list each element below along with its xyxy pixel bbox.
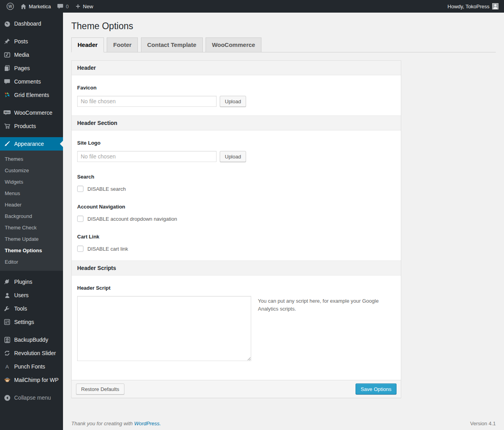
sidebar-label: Punch Fonts xyxy=(14,363,45,370)
submenu-item-menus[interactable]: Menus xyxy=(0,188,63,199)
disable-search-checkbox[interactable] xyxy=(77,186,83,192)
dashboard-icon xyxy=(3,20,11,28)
sidebar-label: WooCommerce xyxy=(14,110,52,116)
sidebar-item-revolution-slider[interactable]: Revolution Slider xyxy=(0,346,63,360)
sidebar-item-tools[interactable]: Tools xyxy=(0,302,63,315)
sidebar-item-pages[interactable]: Pages xyxy=(0,61,63,75)
tab-header[interactable]: Header xyxy=(71,37,104,52)
comments-shortcut[interactable]: 0 xyxy=(54,0,72,13)
menu-separator xyxy=(0,271,63,275)
svg-text:Woo: Woo xyxy=(5,111,10,114)
submenu-item-widgets[interactable]: Widgets xyxy=(0,176,63,188)
submenu-item-themes[interactable]: Themes xyxy=(0,153,63,165)
favicon-file-input[interactable] xyxy=(77,96,217,107)
disable-search-label[interactable]: DISABLE search xyxy=(87,186,126,192)
sidebar-label: Posts xyxy=(14,38,28,45)
footer-thanks: Thank you for creating with WordPress. xyxy=(71,421,161,426)
sidebar-label: Products xyxy=(14,123,36,129)
submenu-item-customize[interactable]: Customize xyxy=(0,165,63,176)
submenu-item-theme-options[interactable]: Theme Options xyxy=(0,245,63,256)
footer-thanks-text: Thank you for creating with xyxy=(71,421,134,426)
sidebar-item-products[interactable]: Products xyxy=(0,119,63,133)
sidebar-label: Tools xyxy=(14,305,27,312)
version-label: Version 4.1 xyxy=(470,421,496,426)
paintbrush-icon xyxy=(3,140,11,148)
woocommerce-badge-icon: Woo xyxy=(3,109,11,117)
sidebar-label: Grid Elements xyxy=(14,92,49,98)
media-icon xyxy=(3,51,11,59)
sidebar-item-woocommerce[interactable]: Woo WooCommerce xyxy=(0,106,63,119)
admin-sidebar: Dashboard Posts Media Pages Comments xyxy=(0,13,63,430)
svg-text:W: W xyxy=(8,4,12,9)
site-logo-upload-button[interactable]: Upload xyxy=(220,151,246,162)
sidebar-item-dashboard[interactable]: Dashboard xyxy=(0,17,63,30)
section-body-scripts: Header Script You can put any script her… xyxy=(72,275,401,380)
tab-bar: Header Footer Contact Template WooCommer… xyxy=(71,37,496,52)
favicon-label: Favicon xyxy=(77,85,395,91)
disable-account-nav-checkbox[interactable] xyxy=(77,216,83,222)
sidebar-label: Appearance xyxy=(14,141,44,147)
submenu-item-background[interactable]: Background xyxy=(0,210,63,222)
disable-account-nav-label[interactable]: DISABLE account dropdown navigation xyxy=(87,216,177,222)
menu-separator xyxy=(0,387,63,391)
sidebar-item-grid-elements[interactable]: Grid Elements xyxy=(0,88,63,102)
sidebar-label: MailChimp for WP xyxy=(14,377,59,383)
menu-separator xyxy=(0,329,63,333)
new-label: New xyxy=(83,4,93,9)
wordpress-link[interactable]: WordPress. xyxy=(134,421,161,426)
submenu-item-header[interactable]: Header xyxy=(0,199,63,210)
new-content-menu[interactable]: New xyxy=(72,0,96,13)
user-icon xyxy=(3,291,11,299)
sidebar-item-backupbuddy[interactable]: BackupBuddy xyxy=(0,333,63,346)
panel-footer: Restore Defaults Save Options xyxy=(72,380,401,398)
sidebar-label: Collapse menu xyxy=(14,395,51,401)
save-options-button[interactable]: Save Options xyxy=(356,383,397,395)
comment-bubble-icon xyxy=(3,78,11,86)
svg-text:A: A xyxy=(6,364,9,370)
menu-separator xyxy=(0,133,63,137)
howdy-label: Howdy, TokoPress xyxy=(448,4,489,9)
sidebar-item-media[interactable]: Media xyxy=(0,48,63,61)
home-icon xyxy=(20,4,26,9)
site-logo-file-input[interactable] xyxy=(77,151,217,162)
account-menu[interactable]: Howdy, TokoPress xyxy=(446,0,500,13)
admin-bar: W Marketica 0 New Howdy, TokoPress xyxy=(0,0,504,13)
disable-cart-link-label[interactable]: DISABLE cart link xyxy=(87,246,128,252)
tab-woocommerce[interactable]: WooCommerce xyxy=(206,37,261,52)
sidebar-item-users[interactable]: Users xyxy=(0,289,63,302)
restore-defaults-button[interactable]: Restore Defaults xyxy=(76,383,124,395)
sidebar-item-punch-fonts[interactable]: A Punch Fonts xyxy=(0,360,63,373)
theme-options-panel: Header Favicon Upload Header Section Sit… xyxy=(71,60,401,398)
favicon-upload-button[interactable]: Upload xyxy=(220,96,246,107)
sidebar-item-plugins[interactable]: Plugins xyxy=(0,275,63,289)
submenu-item-theme-update[interactable]: Theme Update xyxy=(0,233,63,245)
collapse-arrow-icon xyxy=(3,394,11,402)
menu-separator xyxy=(0,30,63,35)
settings-sliders-icon xyxy=(3,318,11,326)
wordpress-logo-menu[interactable]: W xyxy=(3,0,17,13)
header-script-textarea[interactable] xyxy=(77,296,251,361)
sidebar-item-appearance[interactable]: Appearance xyxy=(0,137,63,151)
avatar xyxy=(492,3,498,9)
wordpress-logo-icon: W xyxy=(6,2,14,10)
sidebar-label: Plugins xyxy=(14,279,32,285)
sidebar-item-settings[interactable]: Settings xyxy=(0,315,63,329)
pushpin-icon xyxy=(3,37,11,45)
sidebar-label: BackupBuddy xyxy=(14,337,48,343)
search-label: Search xyxy=(77,174,395,180)
section-header: Header xyxy=(72,61,401,75)
sidebar-label: Media xyxy=(14,52,29,58)
site-name-link[interactable]: Marketica xyxy=(17,0,54,13)
submenu-item-theme-check[interactable]: Theme Check xyxy=(0,222,63,233)
sidebar-item-posts[interactable]: Posts xyxy=(0,35,63,48)
tab-footer[interactable]: Footer xyxy=(107,37,138,52)
sidebar-item-collapse-menu[interactable]: Collapse menu xyxy=(0,391,63,404)
plug-icon xyxy=(3,278,11,286)
sidebar-item-comments[interactable]: Comments xyxy=(0,75,63,88)
sidebar-label: Settings xyxy=(14,319,34,325)
submenu-item-editor[interactable]: Editor xyxy=(0,256,63,268)
disable-cart-link-checkbox[interactable] xyxy=(77,246,83,252)
sidebar-item-mailchimp[interactable]: MailChimp for WP xyxy=(0,373,63,387)
tab-contact-template[interactable]: Contact Template xyxy=(141,37,203,52)
cart-icon xyxy=(3,122,11,130)
